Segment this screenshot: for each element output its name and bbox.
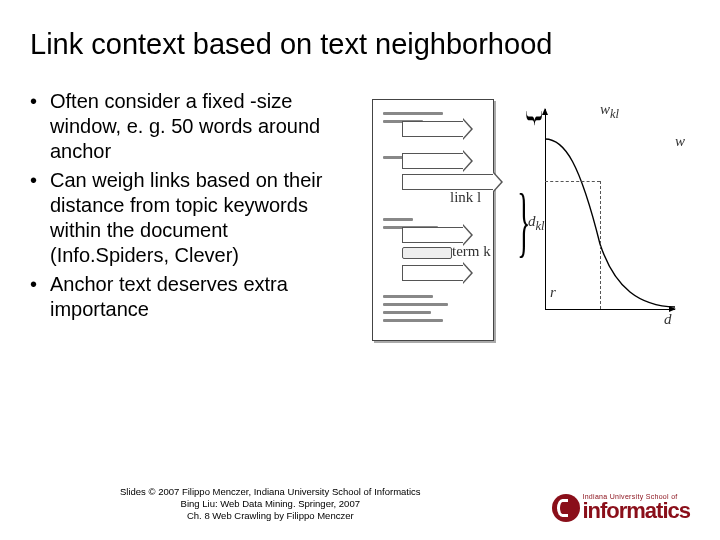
arrow-icon <box>402 153 464 169</box>
credit-line: Ch. 8 Web Crawling by Filippo Menczer <box>120 510 421 522</box>
footer: Slides © 2007 Filippo Menczer, Indiana U… <box>0 486 720 522</box>
term-marker <box>402 247 452 259</box>
logo-mark-icon <box>552 494 580 522</box>
credits: Slides © 2007 Filippo Menczer, Indiana U… <box>120 486 421 522</box>
logo-main: informatics <box>582 501 690 522</box>
d-axis-label: d <box>664 311 672 328</box>
bullet-list: Often consider a fixed -size window, e. … <box>30 89 340 359</box>
dash-line <box>545 181 600 182</box>
wkl-label: wkl <box>600 101 619 122</box>
bullet-item: Can weigh links based on their distance … <box>30 168 340 268</box>
content-row: Often consider a fixed -size window, e. … <box>0 71 720 359</box>
arrow-icon <box>402 174 494 190</box>
informatics-logo: Indiana University School of informatics <box>552 494 690 522</box>
term-label: term k <box>452 243 491 260</box>
link-context-diagram: link l term k } dkl } wkl w r d <box>350 89 690 359</box>
arrow-icon <box>402 227 464 243</box>
credit-line: Slides © 2007 Filippo Menczer, Indiana U… <box>120 486 421 498</box>
credit-line: Bing Liu: Web Data Mining. Springer, 200… <box>120 498 421 510</box>
dash-line <box>600 181 601 309</box>
decay-curve-icon <box>545 109 680 314</box>
slide-title: Link context based on text neighborhood <box>0 0 720 71</box>
arrow-icon <box>402 265 464 281</box>
arrow-icon <box>402 121 464 137</box>
link-label: link l <box>450 189 481 206</box>
r-axis-label: r <box>550 284 556 301</box>
dkl-label: dkl <box>528 213 545 234</box>
brace-icon: } <box>524 107 545 129</box>
w-axis-label: w <box>675 133 685 150</box>
bullet-item: Anchor text deserves extra importance <box>30 272 340 322</box>
bullet-item: Often consider a fixed -size window, e. … <box>30 89 340 164</box>
